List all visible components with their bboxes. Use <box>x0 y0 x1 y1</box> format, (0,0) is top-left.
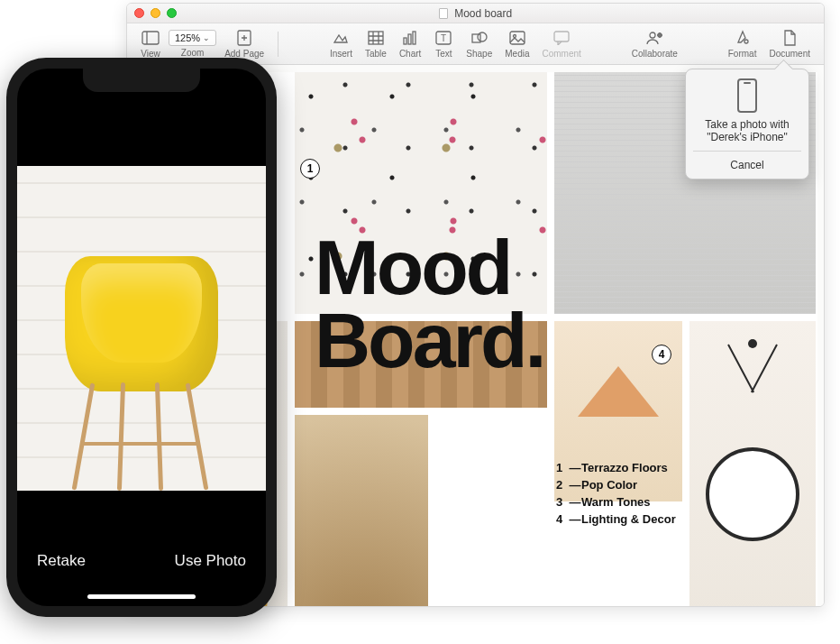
continuity-camera-popover: Take a photo with "Derek's iPhone" Cance… <box>685 69 809 179</box>
iphone-notch <box>83 69 200 92</box>
svg-point-20 <box>650 32 655 38</box>
document-icon <box>439 8 448 19</box>
window-titlebar: Mood board <box>127 4 824 23</box>
comment-icon <box>552 29 571 47</box>
chart-icon <box>400 29 420 47</box>
svg-rect-12 <box>413 32 415 44</box>
legend-item: 4—Lighting & Decor <box>556 511 676 529</box>
comment-button: Comment <box>538 29 586 59</box>
collaborate-icon <box>644 29 664 47</box>
preview-yellow-chair <box>56 238 227 491</box>
media-button[interactable]: Media <box>500 29 534 59</box>
marker-4[interactable]: 4 <box>652 345 671 364</box>
shape-button[interactable]: Shape <box>461 29 497 59</box>
svg-rect-17 <box>510 32 525 44</box>
format-icon <box>733 29 753 47</box>
use-photo-button[interactable]: Use Photo <box>175 552 246 570</box>
legend-item: 1—Terrazzo Floors <box>556 460 676 477</box>
page-title[interactable]: Mood Board. <box>315 231 543 377</box>
svg-point-18 <box>513 35 516 38</box>
popover-text: Take a photo with "Derek's iPhone" <box>693 118 801 143</box>
chart-button[interactable]: Chart <box>395 29 425 59</box>
retake-button[interactable]: Retake <box>37 552 86 570</box>
chevron-down-icon: ⌄ <box>203 33 210 42</box>
iphone-screen: Retake Use Photo <box>17 69 266 606</box>
insert-button[interactable]: Insert <box>325 29 357 59</box>
svg-rect-11 <box>408 34 411 44</box>
legend-list[interactable]: 1—Terrazzo Floors 2—Pop Color 3—Warm Ton… <box>556 460 676 528</box>
svg-rect-0 <box>142 32 159 44</box>
svg-rect-19 <box>554 32 569 41</box>
home-indicator[interactable] <box>87 594 196 599</box>
svg-text:T: T <box>441 33 446 43</box>
cancel-button[interactable]: Cancel <box>693 151 801 179</box>
format-button[interactable]: Format <box>724 29 762 59</box>
add-page-icon <box>234 29 254 47</box>
table-button[interactable]: Table <box>361 29 391 59</box>
zoom-label: Zoom <box>181 48 205 58</box>
svg-rect-15 <box>472 34 480 42</box>
shape-icon <box>470 29 489 47</box>
view-button[interactable]: View <box>136 29 165 59</box>
svg-rect-10 <box>404 38 406 44</box>
legend-item: 3—Warm Tones <box>556 494 676 511</box>
table-icon <box>366 29 386 47</box>
svg-point-16 <box>478 32 487 41</box>
view-icon <box>141 29 160 47</box>
collaborate-button[interactable]: Collaborate <box>627 29 682 59</box>
image-round-mirror[interactable] <box>689 321 816 606</box>
document-panel-icon <box>780 29 799 47</box>
zoom-value: 125% <box>175 32 200 43</box>
media-icon <box>507 29 527 47</box>
document-button[interactable]: Document <box>764 29 815 59</box>
text-icon: T <box>434 29 453 47</box>
image-fur-throw[interactable] <box>295 415 428 606</box>
camera-photo-preview <box>17 166 266 491</box>
add-page-button[interactable]: Add Page <box>220 29 269 59</box>
text-button[interactable]: T Text <box>429 29 458 59</box>
document-title: Mood board <box>454 7 512 20</box>
zoom-control[interactable]: 125% ⌄ Zoom <box>169 30 216 58</box>
window-title: Mood board <box>127 7 824 20</box>
svg-rect-5 <box>369 32 383 44</box>
toolbar-separator <box>278 32 278 57</box>
iphone-device: Retake Use Photo <box>6 58 277 617</box>
svg-point-24 <box>744 40 748 43</box>
iphone-icon <box>737 78 757 113</box>
legend-item: 2—Pop Color <box>556 477 676 494</box>
insert-icon <box>331 29 351 47</box>
marker-1[interactable]: 1 <box>300 159 320 179</box>
